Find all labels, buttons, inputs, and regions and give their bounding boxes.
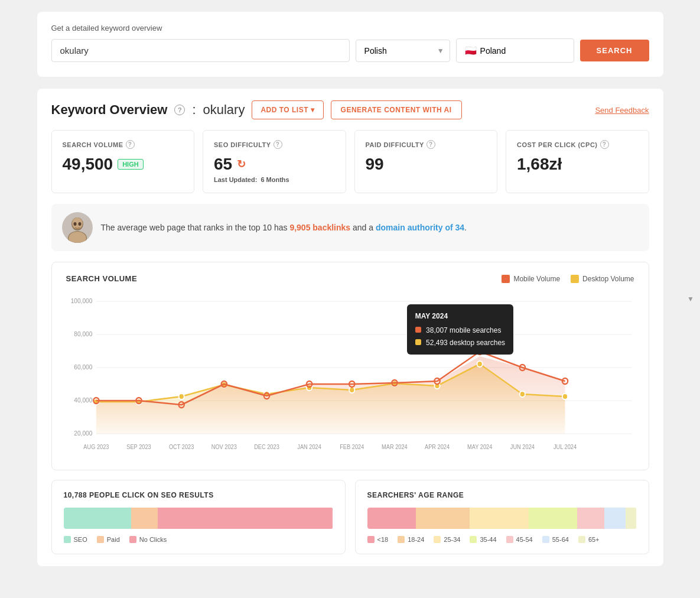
svg-text:SEP 2023: SEP 2023: [126, 444, 151, 450]
cpc-value: 1,68zł: [517, 155, 638, 174]
mobile-legend-dot: [502, 275, 510, 283]
age-65plus-label: 65+: [588, 536, 600, 543]
age-35-44-legend: 35-44: [470, 536, 496, 543]
age-18-24-segment: [416, 508, 470, 529]
paid-legend-label: Paid: [107, 536, 120, 543]
age-35-44-segment: [529, 508, 577, 529]
seo-legend-dot: [64, 536, 71, 543]
search-volume-info-icon[interactable]: ?: [126, 140, 135, 149]
age-45-54-segment: [577, 508, 604, 529]
desktop-legend-label: Desktop Volume: [582, 275, 634, 283]
age-under18-label: <18: [377, 536, 389, 543]
overview-info-icon[interactable]: ?: [174, 105, 185, 115]
age-35-44-dot: [470, 536, 477, 543]
age-55-64-label: 55-64: [552, 536, 569, 543]
seo-legend-item: SEO: [64, 536, 87, 543]
age-25-34-segment: [470, 508, 529, 529]
seo-clicks-bar: [64, 508, 333, 529]
svg-text:NOV 2023: NOV 2023: [211, 444, 236, 450]
legend-mobile: Mobile Volume: [502, 275, 560, 283]
age-range-bar: [367, 508, 637, 529]
seo-difficulty-info-icon[interactable]: ?: [274, 140, 282, 149]
location-select[interactable]: Poland Germany France United States: [480, 46, 565, 56]
age-45-54-dot: [506, 536, 513, 543]
svg-text:MAY 2024: MAY 2024: [467, 444, 493, 450]
age-range-card: SEARCHERS' AGE RANGE <18: [355, 480, 649, 554]
chart-area: 100,000 80,000 60,000 40,000 20,000: [66, 292, 634, 458]
chevron-down-icon: ▾: [311, 106, 315, 114]
age-range-title: SEARCHERS' AGE RANGE: [367, 491, 637, 499]
overview-colon: :: [192, 102, 196, 118]
age-55-64-legend: 55-64: [542, 536, 569, 543]
send-feedback-link[interactable]: Send Feedback: [595, 106, 649, 115]
tip-backlinks: 9,905 backlinks: [289, 223, 350, 232]
seo-segment: [64, 508, 131, 529]
keyword-input[interactable]: [51, 39, 350, 62]
avatar: [62, 212, 93, 243]
paid-segment: [131, 508, 158, 529]
svg-text:APR 2024: APR 2024: [425, 444, 450, 450]
seo-difficulty-label: SEO DIFFICULTY ?: [214, 140, 335, 149]
paid-difficulty-value: 99: [366, 155, 487, 174]
metrics-row: SEARCH VOLUME ? 49,500 HIGH SEO DIFFICUL…: [51, 130, 649, 193]
age-55-64-dot: [542, 536, 549, 543]
seo-difficulty-value: 65 ↻: [214, 155, 335, 174]
seo-clicks-title: 10,788 PEOPLE CLICK ON SEO RESULTS: [64, 491, 333, 499]
language-select[interactable]: Polish English German French: [356, 40, 450, 62]
seo-clicks-card: 10,788 PEOPLE CLICK ON SEO RESULTS SEO P…: [51, 480, 346, 554]
search-row: Polish English German French ▼ 🇵🇱 Poland…: [51, 38, 649, 63]
paid-difficulty-label: PAID DIFFICULTY ?: [366, 140, 487, 149]
refresh-icon[interactable]: ↻: [237, 158, 246, 171]
poland-flag-icon: 🇵🇱: [465, 45, 477, 56]
search-button[interactable]: SEARCH: [580, 40, 649, 61]
svg-point-28: [477, 361, 482, 367]
chart-section: SEARCH VOLUME Mobile Volume Desktop Volu…: [51, 262, 649, 470]
age-25-34-legend: 25-34: [434, 536, 460, 543]
svg-text:MAR 2024: MAR 2024: [382, 444, 408, 450]
no-clicks-legend-item: No Clicks: [129, 536, 167, 543]
cpc-label: COST PER CLICK (CPC) ?: [517, 140, 638, 149]
paid-legend-item: Paid: [97, 536, 120, 543]
svg-text:60,000: 60,000: [74, 363, 92, 370]
age-55-64-segment: [604, 508, 626, 529]
paid-difficulty-info-icon[interactable]: ?: [426, 140, 435, 149]
chart-title: SEARCH VOLUME: [66, 274, 138, 283]
no-clicks-segment: [158, 508, 333, 529]
age-45-54-legend: 45-54: [506, 536, 533, 543]
svg-point-25: [349, 387, 354, 393]
metric-seo-difficulty: SEO DIFFICULTY ? 65 ↻ Last Updated: 6 Mo…: [203, 130, 346, 193]
metric-cpc: COST PER CLICK (CPC) ? 1,68zł: [506, 130, 649, 193]
legend-desktop: Desktop Volume: [571, 275, 634, 283]
search-label: Get a detailed keyword overview: [51, 24, 649, 32]
chart-svg: 100,000 80,000 60,000 40,000 20,000: [66, 292, 634, 458]
no-clicks-legend-label: No Clicks: [139, 536, 167, 543]
age-under18-legend: <18: [367, 536, 389, 543]
chart-header: SEARCH VOLUME Mobile Volume Desktop Volu…: [66, 274, 634, 283]
add-to-list-button[interactable]: ADD TO LIST ▾: [252, 100, 323, 119]
age-under18-segment: [367, 508, 416, 529]
seo-difficulty-sub: Last Updated: 6 Months: [214, 176, 335, 183]
tip-text: The average web page that ranks in the t…: [101, 222, 467, 234]
age-25-34-label: 25-34: [444, 536, 460, 543]
svg-point-29: [519, 391, 525, 397]
no-clicks-legend-dot: [129, 536, 136, 543]
age-65plus-dot: [578, 536, 585, 543]
overview-header: Keyword Overview ? : okulary ADD TO LIST…: [51, 100, 649, 119]
cpc-info-icon[interactable]: ?: [600, 140, 609, 149]
svg-text:FEB 2024: FEB 2024: [340, 444, 364, 450]
svg-text:JUN 2024: JUN 2024: [510, 444, 535, 450]
overview-title: Keyword Overview: [51, 102, 168, 118]
svg-point-5: [73, 222, 76, 226]
mobile-legend-label: Mobile Volume: [513, 275, 560, 283]
svg-text:AUG 2023: AUG 2023: [83, 444, 109, 450]
svg-text:20,000: 20,000: [74, 430, 92, 437]
svg-text:40,000: 40,000: [74, 396, 92, 404]
generate-content-button[interactable]: GENERATE CONTENT WITH AI: [331, 100, 462, 119]
metric-paid-difficulty: PAID DIFFICULTY ? 99: [354, 130, 498, 193]
overview-keyword: okulary: [203, 102, 245, 118]
svg-text:JAN 2024: JAN 2024: [297, 444, 321, 450]
svg-point-30: [562, 394, 567, 399]
chart-legend: Mobile Volume Desktop Volume: [502, 275, 634, 283]
overview-section: Keyword Overview ? : okulary ADD TO LIST…: [37, 89, 663, 566]
high-badge: HIGH: [118, 159, 144, 170]
